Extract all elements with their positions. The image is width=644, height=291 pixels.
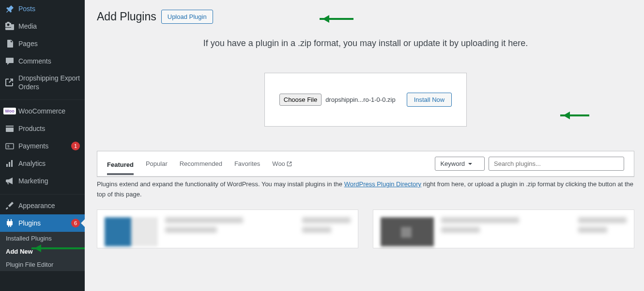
plugin-cards: [97, 210, 634, 248]
submenu-plugin-file-editor[interactable]: Plugin File Editor: [0, 258, 85, 271]
submenu-installed-plugins[interactable]: Installed Plugins: [0, 232, 85, 245]
upload-plugin-button[interactable]: Upload Plugin: [161, 10, 213, 24]
external-icon: [5, 78, 15, 87]
menu-label: Media: [18, 22, 80, 31]
menu-separator: [0, 192, 85, 194]
sidebar-item-posts[interactable]: Posts: [0, 0, 85, 17]
plugin-actions: [302, 217, 351, 241]
tab-popular[interactable]: Popular: [146, 156, 168, 171]
install-now-button[interactable]: Install Now: [407, 93, 452, 107]
plugin-card[interactable]: [97, 210, 358, 248]
analytics-icon: [5, 159, 15, 168]
plugin-actions: [578, 217, 627, 241]
svg-rect-3: [9, 162, 10, 167]
plugin-info: [165, 217, 295, 241]
plugin-directory-link[interactable]: WordPress Plugin Directory: [344, 180, 421, 188]
search-group: Keyword: [435, 157, 624, 171]
svg-text:$: $: [7, 144, 10, 148]
tab-featured[interactable]: Featured: [107, 157, 134, 175]
sidebar-item-pages[interactable]: Pages: [0, 35, 85, 52]
sidebar-item-appearance[interactable]: Appearance: [0, 197, 85, 214]
plugin-browser: Featured Popular Recommended Favorites W…: [97, 151, 634, 177]
sidebar-item-products[interactable]: Products: [0, 120, 85, 137]
sidebar-item-plugins[interactable]: Plugins 6: [0, 214, 85, 232]
plugins-badge: 6: [71, 219, 80, 227]
menu-label: Appearance: [18, 201, 80, 210]
plugin-card[interactable]: [373, 210, 634, 248]
payments-icon: $: [5, 141, 15, 151]
chevron-down-icon: [468, 162, 473, 166]
menu-label: WooCommerce: [18, 107, 80, 115]
woo-icon: Woo: [5, 106, 15, 116]
choose-file-button[interactable]: Choose File: [279, 94, 322, 106]
plugin-thumbnail: [105, 217, 158, 246]
tab-recommended[interactable]: Recommended: [180, 156, 222, 171]
browser-description: Plugins extend and expand the functional…: [97, 177, 634, 210]
annotation-arrow-icon: [560, 114, 589, 116]
page-icon: [5, 39, 15, 48]
tab-woo[interactable]: Woo: [272, 156, 292, 171]
svg-rect-2: [6, 164, 8, 167]
plugin-icon: [5, 218, 15, 228]
menu-label: Comments: [18, 57, 80, 65]
sidebar-item-payments[interactable]: $ Payments 1: [0, 137, 85, 155]
main-content: Add Plugins Upload Plugin If you have a …: [85, 0, 644, 291]
sidebar-item-media[interactable]: Media: [0, 17, 85, 35]
tab-favorites[interactable]: Favorites: [234, 156, 260, 171]
annotation-arrow-icon: [320, 18, 353, 20]
browser-tabs: Featured Popular Recommended Favorites W…: [97, 151, 634, 177]
menu-label: Plugins: [18, 219, 65, 227]
search-plugins-input[interactable]: [489, 157, 624, 171]
menu-label: Products: [18, 124, 80, 133]
sidebar-item-marketing[interactable]: Marketing: [0, 172, 85, 190]
selected-filename: dropshippin...ro-1-0-0.zip: [325, 96, 396, 103]
menu-label: Marketing: [18, 177, 80, 185]
select-value: Keyword: [440, 160, 465, 167]
page-title: Add Plugins: [97, 10, 156, 23]
menu-label: Payments: [18, 142, 65, 150]
tab-label: Woo: [272, 160, 285, 167]
plugin-info: [441, 217, 571, 241]
brush-icon: [5, 201, 15, 210]
products-icon: [5, 124, 15, 133]
upload-area: If you have a plugin in a .zip format, y…: [97, 38, 634, 127]
menu-label: Analytics: [18, 159, 80, 168]
media-icon: [5, 21, 15, 31]
pin-icon: [5, 4, 15, 14]
desc-pre: Plugins extend and expand the functional…: [97, 180, 344, 188]
megaphone-icon: [5, 176, 15, 186]
annotation-arrow-icon: [31, 247, 85, 249]
menu-label: Pages: [18, 39, 80, 48]
sidebar-item-dropshipping[interactable]: Dropshipping Export Orders: [0, 70, 85, 95]
sidebar-item-comments[interactable]: Comments: [0, 52, 85, 70]
comment-icon: [5, 56, 15, 66]
plugin-thumbnail: [381, 217, 434, 246]
page-header: Add Plugins Upload Plugin: [97, 10, 634, 24]
plugins-submenu: Installed Plugins Add New Plugin File Ed…: [0, 232, 85, 271]
sidebar-item-analytics[interactable]: Analytics: [0, 155, 85, 172]
search-type-select[interactable]: Keyword: [435, 157, 485, 171]
menu-separator: [0, 97, 85, 100]
payments-badge: 1: [71, 142, 80, 150]
upload-box: Choose File dropshippin...ro-1-0-0.zip I…: [264, 73, 467, 127]
menu-label: Posts: [18, 4, 80, 13]
menu-label: Dropshipping Export Orders: [18, 74, 80, 91]
admin-sidebar: Posts Media Pages Comments Dropshipping …: [0, 0, 85, 291]
external-link-icon: [287, 161, 292, 167]
svg-rect-4: [11, 160, 13, 167]
sidebar-item-woocommerce[interactable]: Woo WooCommerce: [0, 102, 85, 120]
upload-message: If you have a plugin in a .zip format, y…: [97, 38, 634, 48]
